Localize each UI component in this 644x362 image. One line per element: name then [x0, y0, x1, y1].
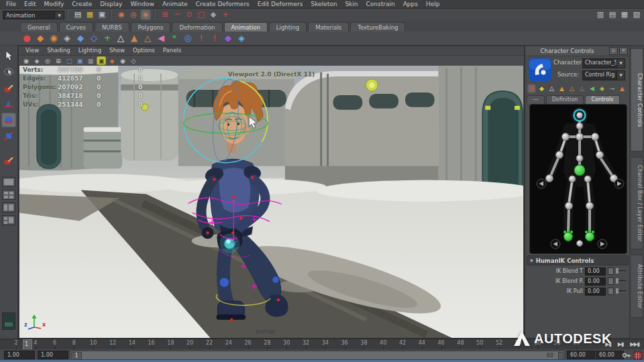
select-tool[interactable]	[1, 48, 16, 63]
four-pane-layout-button[interactable]	[2, 190, 15, 200]
select-object-icon[interactable]: ◎	[128, 9, 139, 20]
layout-preview-thumbnail[interactable]	[2, 312, 15, 330]
chevron-down-icon[interactable]: ▼	[616, 59, 625, 68]
snap-curve-icon[interactable]: ~	[172, 9, 182, 20]
slider-value-field[interactable]: 0.00	[585, 288, 606, 296]
snap-to-skeleton-icon[interactable]: ◈	[61, 32, 73, 44]
slider-stepper-icon[interactable]	[608, 267, 614, 275]
go-arrow-icon[interactable]: →	[608, 84, 616, 93]
animation-start-field[interactable]: 1.00	[4, 351, 35, 359]
left-foot-arrow-button[interactable]	[551, 239, 560, 249]
gate-mask-icon[interactable]: ▦	[86, 56, 95, 65]
shelf-tab-materials[interactable]: Materials	[308, 22, 349, 32]
character-dropdown[interactable]: Character_Sven ▼	[582, 58, 625, 68]
shelf-tab-general[interactable]: General	[20, 22, 58, 32]
tool-settings-toggle-icon[interactable]: ▤	[607, 9, 618, 20]
range-slider-track[interactable]: 1 60	[70, 351, 565, 360]
panel-layout-toggle-icon[interactable]: ▧	[631, 9, 642, 20]
panel-menu-options[interactable]: Options	[129, 46, 159, 55]
menu-skeleton[interactable]: Skeleton	[307, 0, 341, 9]
pane-outliner-layout-button[interactable]	[2, 215, 15, 225]
time-slider[interactable]: 1 ▶▮▶▮▶▶▮ 246810121416182022242628303234…	[0, 339, 644, 350]
rotate-tool[interactable]	[1, 113, 16, 127]
range-end-handle[interactable]	[558, 352, 564, 360]
menu-constrain[interactable]: Constrain	[362, 0, 399, 9]
rotate-nearest-icon[interactable]: ◉	[48, 32, 60, 44]
panel-close-icon[interactable]: ×	[619, 47, 628, 55]
right-foot-effector[interactable]	[585, 229, 594, 241]
menu-edit[interactable]: Edit	[20, 0, 40, 9]
panel-menu-view[interactable]: View	[21, 46, 43, 55]
dim-figure-icon[interactable]: △	[578, 84, 586, 93]
panel-menu-lighting[interactable]: Lighting	[74, 46, 105, 55]
two-pane-side-layout-button[interactable]	[2, 202, 15, 213]
pin-translate-icon[interactable]: ◆	[537, 84, 546, 93]
up-axis-icon[interactable]: ◆	[222, 32, 234, 44]
chevron-down-icon[interactable]: ▼	[55, 11, 64, 19]
shelf-tab-nurbs[interactable]: NURBS	[95, 22, 129, 32]
slider-track[interactable]	[616, 280, 626, 282]
mirror-pose-icon[interactable]: ◈	[598, 84, 606, 93]
ik-spline-tool-icon[interactable]: +	[101, 32, 113, 44]
panel-menu-panels[interactable]: Panels	[159, 46, 185, 55]
slider-stepper-icon[interactable]	[608, 278, 614, 285]
sidebar-tab-character-controls[interactable]: Character Controls	[631, 48, 643, 152]
open-scene-icon[interactable]: ▦	[85, 9, 95, 20]
pairblend-icon[interactable]: ◈	[235, 32, 248, 44]
lighting-icon[interactable]: ▣	[97, 56, 106, 65]
turntable-icon[interactable]: ◎	[182, 32, 194, 44]
step-forward-frame-button[interactable]: ▶▮	[614, 340, 627, 349]
range-start-handle[interactable]: 1	[71, 352, 82, 360]
camera-attributes-icon[interactable]: ◎	[43, 56, 52, 65]
step-forward-key-button[interactable]: ▶▮	[602, 340, 614, 349]
panel-menu-show[interactable]: Show	[105, 46, 129, 55]
right-hand-arrow-button[interactable]	[614, 179, 624, 188]
save-scene-icon[interactable]: ▣	[97, 9, 107, 20]
move-nearest-icon[interactable]: ◆	[34, 32, 46, 44]
snap-grid-icon[interactable]: ⊞	[160, 9, 170, 20]
select-hierarchy-icon[interactable]: ◉	[116, 9, 127, 20]
sidebar-tab-channel-box-layer-editor[interactable]: Channel Box / Layer Editor	[631, 157, 643, 249]
menu-display[interactable]: Display	[96, 0, 126, 9]
skeleton-icon[interactable]: △	[115, 32, 127, 44]
snap-plane-icon[interactable]: □	[196, 9, 207, 20]
last-tool-used[interactable]	[1, 153, 16, 168]
keying-group-icon[interactable]: ◀	[588, 84, 596, 93]
source-dropdown[interactable]: Control Rig ▼	[582, 70, 625, 80]
skeleton-figure-icon[interactable]: △	[547, 84, 556, 93]
shelf-tab-lighting[interactable]: Lighting	[269, 22, 307, 32]
tab-controls[interactable]: Controls	[585, 95, 619, 104]
menu-skin[interactable]: Skin	[341, 0, 362, 9]
snap-point-icon[interactable]: ⊙	[184, 9, 195, 20]
go-to-end-button[interactable]: ▶▶▮	[627, 340, 643, 349]
select-component-icon[interactable]: ◈	[140, 9, 151, 20]
slider-value-field[interactable]: 0.00	[585, 267, 606, 276]
bake-simulation-icon[interactable]: !	[195, 32, 207, 44]
motion-trail-icon[interactable]: ＊	[168, 32, 180, 44]
joint-tool-icon[interactable]: ◆	[74, 32, 87, 44]
grid-icon[interactable]: ⊞	[54, 56, 63, 65]
shelf-tab-polygons[interactable]: Polygons	[131, 22, 171, 32]
shelf-tab-animation[interactable]: Animation	[224, 22, 268, 32]
new-scene-icon[interactable]: ▤	[72, 9, 83, 20]
menu-file[interactable]: File	[2, 0, 20, 9]
slider-track[interactable]	[616, 290, 626, 292]
menu-create-deformers[interactable]: Create Deformers	[192, 0, 254, 9]
humanik-character-map[interactable]	[529, 104, 627, 254]
menu-animate[interactable]: Animate	[158, 0, 192, 9]
set-key-icon[interactable]: ●	[21, 32, 33, 44]
body-part-mode-icon[interactable]: ⊞	[527, 84, 536, 93]
lock-camera-icon[interactable]: ◈	[32, 56, 42, 65]
current-frame-indicator[interactable]: 1	[23, 339, 32, 350]
resolution-gate-icon[interactable]: ▣	[75, 56, 85, 65]
control-rig-figure-icon[interactable]: △	[568, 84, 576, 93]
sidebar-tab-attribute-editor[interactable]: Attribute Editor	[631, 255, 643, 318]
select-camera-icon[interactable]: ◉	[21, 56, 31, 65]
slider-value-field[interactable]: 0.00	[585, 278, 606, 286]
delete-keys-icon[interactable]: !	[209, 32, 221, 44]
stance-pose-icon[interactable]: ▲	[618, 84, 627, 93]
shelf-tab-curves[interactable]: Curves	[59, 22, 94, 32]
menu-edit-deformers[interactable]: Edit Deformers	[254, 0, 307, 9]
shelf-tab-texturebaking[interactable]: TextureBaking	[350, 22, 405, 32]
animation-end-field[interactable]: 60.00	[596, 351, 624, 359]
